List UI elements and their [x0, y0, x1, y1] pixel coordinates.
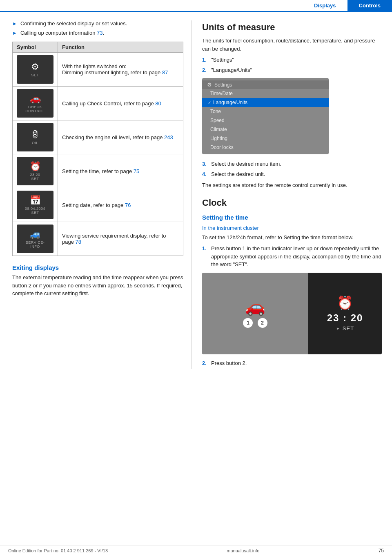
- function-text-line1: With the lights switched on:: [62, 63, 179, 69]
- function-link[interactable]: 87: [162, 69, 168, 76]
- table-row: ⚙SETWith the lights switched on:Dimming …: [13, 53, 183, 87]
- settings-item[interactable]: Climate: [202, 125, 329, 134]
- settings-item[interactable]: Lighting: [202, 134, 329, 143]
- function-cell: Setting date, refer to page 76: [58, 188, 183, 222]
- symbol-icon: ⏰: [30, 161, 41, 172]
- clock-step-2: 2. Press button 2.: [202, 359, 384, 367]
- table-row: 🛢OILChecking the engine oil level, refer…: [13, 120, 183, 154]
- clock-step-1-text: Press button 1 in the turn indicator lev…: [211, 245, 384, 269]
- units-heading: Units of measure: [202, 22, 384, 33]
- clock-sub1: Setting the time: [202, 214, 384, 221]
- symbol-cell: ⚙SET: [13, 53, 58, 87]
- symbol-icon: 🚗: [30, 93, 41, 104]
- symbol-icon: ⚙: [31, 62, 39, 72]
- function-text: Setting the time, refer to page 75: [62, 168, 179, 174]
- table-row: 📅08.04.2004 SETSetting date, refer to pa…: [13, 188, 183, 222]
- header-tabs: Displays Controls: [0, 0, 392, 12]
- symbol-cell: ⏰23:20 SET: [13, 154, 58, 188]
- footer-site: manualusalt.info: [227, 548, 259, 553]
- symbol-table: Symbol Function ⚙SETWith the lights swit…: [12, 42, 183, 256]
- num-3: 3.: [202, 160, 211, 168]
- symbol-label: 23:20 SET: [30, 173, 40, 181]
- function-link[interactable]: 76: [125, 202, 131, 208]
- function-text: Viewing service requirement display, ref…: [62, 233, 179, 245]
- step-2-text: "Language/Units": [211, 66, 252, 74]
- clock-set-label: SET: [343, 325, 354, 331]
- symbol-label: OIL: [32, 141, 38, 145]
- link-73[interactable]: 73: [97, 30, 102, 36]
- footer-text: Online Edition for Part no. 01 40 2 911 …: [8, 548, 108, 553]
- symbol-cell: 🚗CHECK CONTROL: [13, 87, 58, 120]
- num-2: 2.: [202, 66, 211, 74]
- function-link[interactable]: 80: [155, 100, 161, 107]
- bullet-item-2: ► Calling up computer information 73.: [12, 30, 183, 36]
- clock-heading: Clock: [202, 198, 384, 208]
- units-step-3: 3. Select the desired menu item.: [202, 160, 384, 168]
- function-link[interactable]: 75: [134, 168, 139, 174]
- check-icon: ✓: [208, 100, 211, 105]
- clock-step-1: 1. Press button 1 in the turn indicator …: [202, 245, 384, 269]
- symbol-label: CHECK CONTROL: [25, 105, 45, 113]
- footer: Online Edition for Part no. 01 40 2 911 …: [0, 545, 392, 556]
- clock-set-row: ► SET: [336, 325, 354, 331]
- function-cell: Calling up Check Control, refer to page …: [58, 87, 183, 120]
- clock-image: 🚗 1 2 ⏰ 23 : 20 ► SET: [202, 273, 382, 354]
- function-cell: Viewing service requirement display, ref…: [58, 222, 183, 256]
- symbol-icon: 🛢: [31, 129, 40, 140]
- bullet-arrow-2: ►: [12, 30, 17, 36]
- settings-item[interactable]: Time/Date: [202, 89, 329, 98]
- bullet-item-1: ► Confirming the selected display or set…: [12, 20, 183, 27]
- clock-body1: To set the 12h/24h format, refer to Sett…: [202, 234, 384, 242]
- step-3-text: Select the desired menu item.: [211, 160, 281, 168]
- clock-icon: ⏰: [337, 295, 353, 311]
- col-function: Function: [58, 42, 183, 53]
- symbol-cell: 🚙SERVICE- INFO: [13, 222, 58, 256]
- tab-controls[interactable]: Controls: [347, 0, 392, 11]
- units-step-1: 1. "Settings": [202, 56, 384, 64]
- bullet-text-2: Calling up computer information 73.: [20, 30, 104, 36]
- clock-sub2: In the instrument cluster: [202, 225, 384, 231]
- settings-title: ⚙ Settings: [202, 80, 329, 89]
- page-number: 75: [379, 548, 384, 554]
- settings-item[interactable]: ✓Language/Units: [202, 98, 329, 107]
- function-cell: Setting the time, refer to page 75: [58, 154, 183, 188]
- symbol-icon: 📅: [30, 195, 41, 206]
- exiting-heading: Exiting displays: [12, 264, 183, 271]
- settings-title-text: Settings: [214, 82, 232, 88]
- settings-item[interactable]: Tone: [202, 107, 329, 116]
- bullet-text-1: Confirming the selected display or set v…: [20, 20, 127, 27]
- table-row: 🚙SERVICE- INFOViewing service requiremen…: [13, 222, 183, 256]
- symbol-icon: 🚙: [30, 229, 41, 240]
- exiting-section: Exiting displays The external temperatur…: [12, 264, 183, 298]
- bullet-arrow-1: ►: [12, 21, 17, 27]
- function-cell: With the lights switched on:Dimming inst…: [58, 53, 183, 87]
- clock-time: 23 : 20: [327, 312, 363, 324]
- clock-step-2-text: Press button 2.: [211, 359, 247, 367]
- tab-displays[interactable]: Displays: [303, 0, 347, 11]
- step-1-text: "Settings": [211, 56, 234, 64]
- clock-display: ⏰ 23 : 20 ► SET: [308, 273, 382, 354]
- table-row: ⏰23:20 SETSetting the time, refer to pag…: [13, 154, 183, 188]
- left-column: ► Confirming the selected display or set…: [0, 20, 192, 369]
- function-cell: Checking the engine oil level, refer to …: [58, 120, 183, 154]
- symbol-label: 08.04.2004 SET: [25, 207, 45, 215]
- table-row: 🚗CHECK CONTROLCalling up Check Control, …: [13, 87, 183, 120]
- units-step-4: 4. Select the desired unit.: [202, 170, 384, 178]
- symbol-cell: 🛢OIL: [13, 120, 58, 154]
- units-body: The units for fuel consumption, route/di…: [202, 37, 384, 53]
- settings-item[interactable]: Speed: [202, 116, 329, 125]
- function-link[interactable]: 78: [76, 239, 81, 245]
- settings-item[interactable]: Door locks: [202, 143, 329, 152]
- main-content: ► Confirming the selected display or set…: [0, 12, 392, 377]
- right-column: Units of measure The units for fuel cons…: [192, 20, 392, 369]
- function-link[interactable]: 243: [164, 134, 173, 140]
- num-4: 4.: [202, 170, 211, 178]
- function-text: Calling up Check Control, refer to page …: [62, 100, 179, 107]
- units-step-2: 2. "Language/Units": [202, 66, 384, 74]
- function-text: Checking the engine oil level, refer to …: [62, 134, 179, 140]
- clock-set-arrow: ►: [336, 326, 340, 331]
- step-4-text: Select the desired unit.: [211, 170, 265, 178]
- gear-icon: ⚙: [207, 82, 212, 88]
- clock-car-panel: 🚗 1 2: [202, 273, 308, 354]
- function-text-line2: Dimming instrument lighting, refer to pa…: [62, 69, 179, 76]
